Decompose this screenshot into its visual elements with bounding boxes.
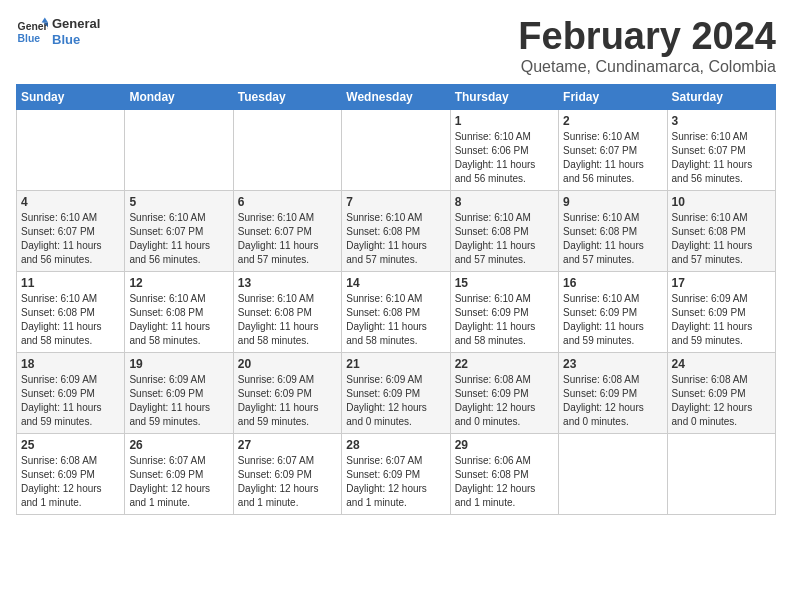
day-info: Sunrise: 6:10 AM Sunset: 6:07 PM Dayligh… [129, 211, 228, 267]
day-info: Sunrise: 6:07 AM Sunset: 6:09 PM Dayligh… [129, 454, 228, 510]
logo-general: General [52, 16, 100, 32]
calendar-cell: 18Sunrise: 6:09 AM Sunset: 6:09 PM Dayli… [17, 352, 125, 433]
day-info: Sunrise: 6:10 AM Sunset: 6:08 PM Dayligh… [238, 292, 337, 348]
day-number: 20 [238, 357, 337, 371]
calendar-subtitle: Quetame, Cundinamarca, Colombia [518, 58, 776, 76]
column-header-sunday: Sunday [17, 84, 125, 109]
day-info: Sunrise: 6:07 AM Sunset: 6:09 PM Dayligh… [346, 454, 445, 510]
day-info: Sunrise: 6:10 AM Sunset: 6:08 PM Dayligh… [455, 211, 554, 267]
svg-text:General: General [18, 21, 48, 32]
calendar-cell [667, 433, 775, 514]
day-number: 12 [129, 276, 228, 290]
calendar-cell: 13Sunrise: 6:10 AM Sunset: 6:08 PM Dayli… [233, 271, 341, 352]
day-number: 18 [21, 357, 120, 371]
calendar-cell: 5Sunrise: 6:10 AM Sunset: 6:07 PM Daylig… [125, 190, 233, 271]
day-info: Sunrise: 6:09 AM Sunset: 6:09 PM Dayligh… [129, 373, 228, 429]
day-info: Sunrise: 6:10 AM Sunset: 6:08 PM Dayligh… [346, 292, 445, 348]
day-number: 8 [455, 195, 554, 209]
day-info: Sunrise: 6:10 AM Sunset: 6:06 PM Dayligh… [455, 130, 554, 186]
calendar-cell: 15Sunrise: 6:10 AM Sunset: 6:09 PM Dayli… [450, 271, 558, 352]
calendar-cell: 10Sunrise: 6:10 AM Sunset: 6:08 PM Dayli… [667, 190, 775, 271]
calendar-cell: 22Sunrise: 6:08 AM Sunset: 6:09 PM Dayli… [450, 352, 558, 433]
day-number: 25 [21, 438, 120, 452]
day-number: 1 [455, 114, 554, 128]
day-info: Sunrise: 6:10 AM Sunset: 6:07 PM Dayligh… [238, 211, 337, 267]
day-info: Sunrise: 6:09 AM Sunset: 6:09 PM Dayligh… [346, 373, 445, 429]
logo-blue: Blue [52, 32, 100, 48]
day-number: 19 [129, 357, 228, 371]
day-info: Sunrise: 6:10 AM Sunset: 6:07 PM Dayligh… [21, 211, 120, 267]
calendar-cell: 14Sunrise: 6:10 AM Sunset: 6:08 PM Dayli… [342, 271, 450, 352]
title-area: February 2024 Quetame, Cundinamarca, Col… [518, 16, 776, 76]
day-info: Sunrise: 6:10 AM Sunset: 6:08 PM Dayligh… [346, 211, 445, 267]
calendar-cell: 26Sunrise: 6:07 AM Sunset: 6:09 PM Dayli… [125, 433, 233, 514]
calendar-cell: 29Sunrise: 6:06 AM Sunset: 6:08 PM Dayli… [450, 433, 558, 514]
calendar-cell: 16Sunrise: 6:10 AM Sunset: 6:09 PM Dayli… [559, 271, 667, 352]
day-info: Sunrise: 6:09 AM Sunset: 6:09 PM Dayligh… [672, 292, 771, 348]
column-header-saturday: Saturday [667, 84, 775, 109]
calendar-cell: 27Sunrise: 6:07 AM Sunset: 6:09 PM Dayli… [233, 433, 341, 514]
calendar-cell: 20Sunrise: 6:09 AM Sunset: 6:09 PM Dayli… [233, 352, 341, 433]
calendar-cell [342, 109, 450, 190]
day-number: 15 [455, 276, 554, 290]
day-number: 4 [21, 195, 120, 209]
day-info: Sunrise: 6:10 AM Sunset: 6:08 PM Dayligh… [672, 211, 771, 267]
column-header-wednesday: Wednesday [342, 84, 450, 109]
calendar-title: February 2024 [518, 16, 776, 58]
day-info: Sunrise: 6:08 AM Sunset: 6:09 PM Dayligh… [672, 373, 771, 429]
calendar-cell: 28Sunrise: 6:07 AM Sunset: 6:09 PM Dayli… [342, 433, 450, 514]
day-info: Sunrise: 6:10 AM Sunset: 6:09 PM Dayligh… [563, 292, 662, 348]
day-number: 10 [672, 195, 771, 209]
day-info: Sunrise: 6:10 AM Sunset: 6:08 PM Dayligh… [129, 292, 228, 348]
logo-icon: General Blue [16, 16, 48, 48]
day-number: 21 [346, 357, 445, 371]
column-header-monday: Monday [125, 84, 233, 109]
day-number: 26 [129, 438, 228, 452]
day-info: Sunrise: 6:08 AM Sunset: 6:09 PM Dayligh… [563, 373, 662, 429]
calendar-cell: 11Sunrise: 6:10 AM Sunset: 6:08 PM Dayli… [17, 271, 125, 352]
day-info: Sunrise: 6:10 AM Sunset: 6:09 PM Dayligh… [455, 292, 554, 348]
calendar-cell: 25Sunrise: 6:08 AM Sunset: 6:09 PM Dayli… [17, 433, 125, 514]
calendar-cell: 17Sunrise: 6:09 AM Sunset: 6:09 PM Dayli… [667, 271, 775, 352]
calendar-table: SundayMondayTuesdayWednesdayThursdayFrid… [16, 84, 776, 515]
column-header-thursday: Thursday [450, 84, 558, 109]
calendar-cell: 8Sunrise: 6:10 AM Sunset: 6:08 PM Daylig… [450, 190, 558, 271]
day-info: Sunrise: 6:07 AM Sunset: 6:09 PM Dayligh… [238, 454, 337, 510]
calendar-cell: 19Sunrise: 6:09 AM Sunset: 6:09 PM Dayli… [125, 352, 233, 433]
day-number: 9 [563, 195, 662, 209]
day-number: 27 [238, 438, 337, 452]
calendar-cell: 2Sunrise: 6:10 AM Sunset: 6:07 PM Daylig… [559, 109, 667, 190]
calendar-cell: 23Sunrise: 6:08 AM Sunset: 6:09 PM Dayli… [559, 352, 667, 433]
column-header-tuesday: Tuesday [233, 84, 341, 109]
calendar-cell: 24Sunrise: 6:08 AM Sunset: 6:09 PM Dayli… [667, 352, 775, 433]
day-number: 17 [672, 276, 771, 290]
day-info: Sunrise: 6:09 AM Sunset: 6:09 PM Dayligh… [21, 373, 120, 429]
svg-text:Blue: Blue [18, 33, 41, 44]
day-number: 11 [21, 276, 120, 290]
day-number: 29 [455, 438, 554, 452]
day-number: 24 [672, 357, 771, 371]
day-number: 22 [455, 357, 554, 371]
day-info: Sunrise: 6:08 AM Sunset: 6:09 PM Dayligh… [455, 373, 554, 429]
day-info: Sunrise: 6:08 AM Sunset: 6:09 PM Dayligh… [21, 454, 120, 510]
day-number: 14 [346, 276, 445, 290]
day-number: 3 [672, 114, 771, 128]
day-info: Sunrise: 6:10 AM Sunset: 6:07 PM Dayligh… [672, 130, 771, 186]
calendar-cell: 7Sunrise: 6:10 AM Sunset: 6:08 PM Daylig… [342, 190, 450, 271]
calendar-cell [125, 109, 233, 190]
day-number: 28 [346, 438, 445, 452]
calendar-cell: 3Sunrise: 6:10 AM Sunset: 6:07 PM Daylig… [667, 109, 775, 190]
day-info: Sunrise: 6:10 AM Sunset: 6:08 PM Dayligh… [21, 292, 120, 348]
day-info: Sunrise: 6:10 AM Sunset: 6:07 PM Dayligh… [563, 130, 662, 186]
day-number: 13 [238, 276, 337, 290]
calendar-cell: 1Sunrise: 6:10 AM Sunset: 6:06 PM Daylig… [450, 109, 558, 190]
day-number: 7 [346, 195, 445, 209]
day-info: Sunrise: 6:06 AM Sunset: 6:08 PM Dayligh… [455, 454, 554, 510]
calendar-cell [559, 433, 667, 514]
calendar-cell [17, 109, 125, 190]
day-number: 5 [129, 195, 228, 209]
column-header-friday: Friday [559, 84, 667, 109]
calendar-cell: 12Sunrise: 6:10 AM Sunset: 6:08 PM Dayli… [125, 271, 233, 352]
calendar-cell: 6Sunrise: 6:10 AM Sunset: 6:07 PM Daylig… [233, 190, 341, 271]
logo: General Blue General Blue [16, 16, 100, 48]
